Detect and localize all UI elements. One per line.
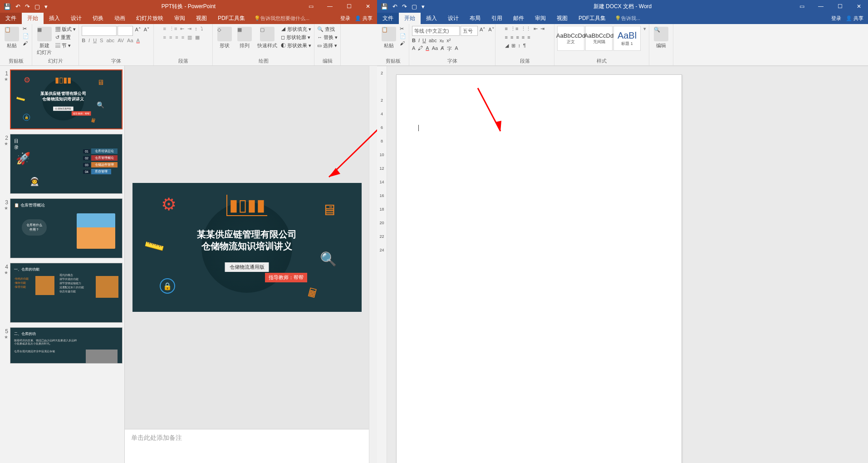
bold-icon[interactable]: B [82,38,85,43]
find-button[interactable]: 🔍 查找 [317,26,338,33]
font-size-input[interactable]: 五号 [461,26,478,36]
share-button[interactable]: 👤 共享 [846,15,863,22]
qat-dropdown-icon[interactable]: ▾ [44,3,48,10]
tab-references[interactable]: 引用 [486,13,508,24]
shading-icon[interactable]: ◢ [505,43,509,49]
font-size-input[interactable] [118,26,133,36]
indent-inc-icon[interactable]: ⇥ [187,26,191,32]
shape-outline-button[interactable]: ◻ 形状轮廓 ▾ [281,34,311,41]
slide-thumbnail-2[interactable]: 目 录 🚀 👨‍🚀 01仓库培训总论02仓库管理概论03仓储运作管理04库存管理 [10,134,123,194]
border-icon[interactable]: ⊞ [511,43,515,49]
tab-design[interactable]: 设计 [442,13,464,24]
style-nospacing[interactable]: AaBbCcDd无间隔 [585,26,613,51]
font-name-input[interactable]: 等线 (中文正文) [412,26,460,36]
editing-button[interactable]: 🔍编辑 [652,26,670,50]
tab-pdf[interactable]: PDF工具集 [212,13,250,24]
slideshow-start-icon[interactable]: ▢ [34,3,40,10]
share-button[interactable]: 👤 共享 [355,15,373,22]
word-titlebar[interactable]: 💾 ↶ ↷ ▢ ▾ 新建 DOCX 文档 - Word ▭ — ☐ ✕ [377,0,868,13]
distribute-icon[interactable]: ≡ [527,34,530,40]
cut-icon[interactable]: ✂ [23,26,29,32]
bullets-icon[interactable]: ≡ [163,26,166,32]
tab-review[interactable]: 审阅 [530,13,551,24]
align-right-icon[interactable]: ≡ [516,34,519,40]
line-spacing-icon[interactable]: ↕ [195,26,197,32]
text-direction-icon[interactable]: ⤵ [201,26,203,32]
italic-icon[interactable]: I [418,38,420,44]
ribbon-options-icon[interactable]: ▭ [302,0,320,13]
paste-button[interactable]: 📋粘贴 [3,26,21,50]
new-slide-button[interactable]: ▦新建 幻灯片 [35,26,54,57]
smartart-icon[interactable]: ▦ [195,34,200,40]
ribbon-options-icon[interactable]: ▭ [793,0,811,13]
qat-dropdown-icon[interactable]: ▾ [422,3,425,10]
shape-fill-button[interactable]: ◢ 形状填充 ▾ [281,26,311,33]
styles-more-icon[interactable]: ▾ [643,26,646,32]
font-color-icon[interactable]: A [137,38,140,43]
show-marks-icon[interactable]: ¶ [523,43,526,49]
format-painter-icon[interactable]: 🖌 [400,40,406,46]
style-heading1[interactable]: AaBl标题 1 [613,26,641,51]
indent-inc-icon[interactable]: ⇥ [540,26,544,32]
select-button[interactable]: ▭ 选择 ▾ [317,42,338,49]
save-icon[interactable]: 💾 [381,3,388,10]
font-color-icon[interactable]: A [426,45,429,52]
close-button[interactable]: ✕ [359,0,377,13]
grow-font-icon[interactable]: A˄ [479,26,486,36]
sub-icon[interactable]: x₂ [440,38,444,44]
login-link[interactable]: 登录 [831,15,841,22]
tab-insert[interactable]: 插入 [421,13,442,24]
tab-pdf[interactable]: PDF工具集 [573,13,611,24]
tab-design[interactable]: 设计 [65,13,87,24]
vertical-ruler[interactable]: 224681012141618202224 [377,66,387,463]
section-button[interactable]: ▤ 节 ▾ [55,42,76,49]
strike-icon[interactable]: abc [429,38,437,44]
qat-icon[interactable]: ▢ [412,3,417,10]
strike-icon[interactable]: abc [106,38,114,43]
text-effects-icon[interactable]: A [412,45,415,52]
highlight-icon[interactable]: 🖍 [418,45,423,52]
tab-review[interactable]: 审阅 [169,13,191,24]
shape-effects-button[interactable]: ◐ 形状效果 ▾ [281,42,311,49]
undo-icon[interactable]: ↶ [15,3,20,10]
border-icon[interactable]: A [455,45,458,52]
italic-icon[interactable]: I [88,38,90,43]
login-link[interactable]: 登录 [340,15,350,22]
align-left-icon[interactable]: ≡ [505,34,508,40]
copy-icon[interactable]: 📄 [400,33,406,39]
case-icon[interactable]: Aa [432,45,438,52]
quickstyle-button[interactable]: ▢快速样式 [255,26,279,50]
minimize-button[interactable]: — [812,0,830,13]
shrink-font-icon[interactable]: A˅ [143,26,151,36]
indent-dec-icon[interactable]: ⇤ [180,26,184,32]
slide-thumbnail-panel[interactable]: 1★ ⚙▮▯▮▮🖥📏🔒🔍🖩 某某供应链管理有限公司仓储物流知识培训讲义 仓储物流… [0,66,125,463]
reset-button[interactable]: ↺ 重置 [55,34,76,41]
tab-transitions[interactable]: 切换 [87,13,109,24]
justify-icon[interactable]: ≡ [522,34,525,40]
tell-me-search[interactable]: 💡 告诉我... [611,15,640,22]
copy-icon[interactable]: 📄 [23,33,29,39]
tab-view[interactable]: 视图 [551,13,573,24]
underline-icon[interactable]: U [93,38,97,43]
maximize-button[interactable]: ☐ [340,0,358,13]
paste-button[interactable]: 📋粘贴 [380,26,398,50]
underline-icon[interactable]: U [422,38,426,44]
align-left-icon[interactable]: ≡ [163,34,166,40]
tab-insert[interactable]: 插入 [44,13,65,24]
notes-pane[interactable]: 单击此处添加备注 [125,429,369,463]
tab-file[interactable]: 文件 [0,13,22,24]
layout-button[interactable]: ▦ 版式 ▾ [55,26,76,33]
document-page[interactable] [396,74,682,463]
clear-format-icon[interactable]: A̸ [441,45,444,52]
redo-icon[interactable]: ↷ [25,3,30,10]
tell-me-search[interactable]: 💡 告诉我您想要做什么... [250,15,309,22]
vertical-scrollbar[interactable] [369,66,377,463]
undo-icon[interactable]: ↶ [392,3,397,10]
align-center-icon[interactable]: ≡ [169,34,172,40]
arrange-button[interactable]: ▦排列 [235,26,254,50]
shapes-button[interactable]: ◇形状 [216,26,234,50]
tab-home[interactable]: 开始 [399,13,421,24]
tab-animations[interactable]: 动画 [109,13,131,24]
case-icon[interactable]: Aa [127,38,133,43]
sort-icon[interactable]: ↕ [518,43,521,49]
